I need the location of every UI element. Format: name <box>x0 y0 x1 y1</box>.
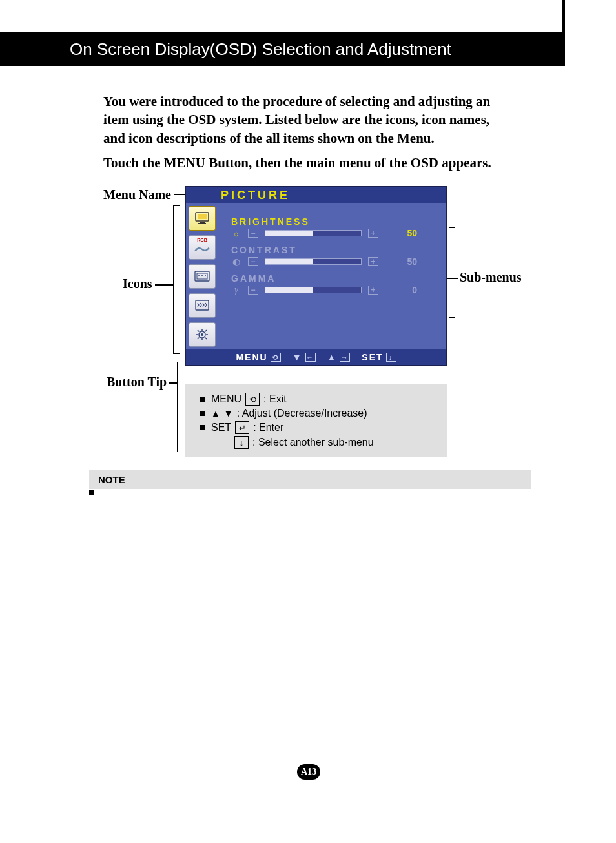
bracket-sub-menus <box>449 227 455 318</box>
contrast-bar[interactable] <box>265 258 362 265</box>
contrast-value: 50 <box>398 256 417 267</box>
button-tip-box: MENU ⟲ : Exit ▲ ▼ : Adjust (Decrease/Inc… <box>185 384 447 457</box>
svg-rect-3 <box>198 223 206 224</box>
triangle-down-icon: ▼ <box>224 408 233 419</box>
arrow-down-icon: ↓ <box>234 436 249 449</box>
note-bar: NOTE <box>89 470 531 489</box>
footer-set: SET ↓ <box>362 352 396 362</box>
tip-set-desc: : Enter <box>253 422 283 433</box>
brightness-bar[interactable] <box>265 230 362 236</box>
triangle-up-icon: ▲ <box>211 408 220 419</box>
bracket-icons <box>173 205 180 354</box>
submenu-contrast[interactable]: CONTRAST ◐ − + 50 <box>231 245 432 267</box>
tip-set: SET ↵ : Enter <box>200 421 435 434</box>
corner-rule <box>562 0 565 32</box>
footer-set-label: SET <box>362 352 383 362</box>
osd-menu-title: PICTURE <box>186 187 446 203</box>
gamma-icon: γ <box>231 285 241 295</box>
gear-icon <box>194 328 210 342</box>
svg-line-19 <box>198 338 200 340</box>
line-icons <box>155 284 173 286</box>
note-label: NOTE <box>98 474 125 485</box>
sun-icon: ☼ <box>231 228 241 238</box>
osd-tab-setup[interactable] <box>189 322 216 347</box>
submenu-gamma[interactable]: GAMMA γ − + 0 <box>231 273 432 295</box>
minus-button[interactable]: − <box>248 257 258 266</box>
label-menu-name: Menu Name <box>103 187 171 202</box>
osd-icon-column: RGB <box>186 203 218 349</box>
line-button-tip-h <box>169 382 177 384</box>
gamma-value: 0 <box>398 285 417 295</box>
tracking-icon <box>194 298 210 313</box>
note-bullet-icon <box>89 490 94 495</box>
osd-tab-picture[interactable] <box>189 206 216 231</box>
rgb-icon: RGB <box>194 238 210 242</box>
osd-tab-color[interactable]: RGB <box>189 235 216 260</box>
screen-pos-icon <box>194 269 210 284</box>
tip-select-desc: : Select another sub-menu <box>252 437 374 448</box>
monitor-icon <box>194 211 210 225</box>
brightness-value: 50 <box>398 228 417 238</box>
submenu-contrast-label: CONTRAST <box>231 245 432 255</box>
minus-button[interactable]: − <box>248 229 258 238</box>
svg-point-7 <box>201 275 203 276</box>
menu-exit-icon: ⟲ <box>245 393 260 406</box>
tip-set-label: SET <box>211 422 231 433</box>
label-sub-menus: Sub-menus <box>460 270 522 285</box>
svg-point-11 <box>201 333 203 336</box>
bullet-icon <box>200 425 205 430</box>
gamma-bar[interactable] <box>265 287 362 293</box>
page-title: On Screen Display(OSD) Selection and Adj… <box>70 39 451 59</box>
osd-panel: PICTURE RGB BRIGHTNESS <box>185 186 447 366</box>
osd-submenu-area: BRIGHTNESS ☼ − + 50 CONTRAST ◐ − + 50 <box>218 203 446 349</box>
enter-icon: ↵ <box>235 421 249 434</box>
minus-button[interactable]: − <box>248 286 258 295</box>
tip-arrows: ▲ ▼ : Adjust (Decrease/Increase) <box>200 408 435 419</box>
plus-button[interactable]: + <box>368 257 378 266</box>
svg-rect-1 <box>198 214 207 219</box>
osd-tab-tracking[interactable] <box>189 293 216 318</box>
svg-point-6 <box>198 275 200 276</box>
label-button-tip: Button Tip <box>107 375 167 390</box>
footer-menu-label: MENU <box>236 352 267 362</box>
osd-tab-position[interactable] <box>189 264 216 289</box>
submenu-brightness[interactable]: BRIGHTNESS ☼ − + 50 <box>231 216 432 238</box>
osd-body: RGB BRIGHTNESS ☼ − + <box>186 203 446 349</box>
bullet-icon <box>200 397 205 402</box>
line-menu-name <box>174 194 186 195</box>
svg-line-17 <box>205 338 207 340</box>
contrast-icon: ◐ <box>231 256 241 267</box>
arrow-right-icon: → <box>340 353 350 362</box>
submenu-brightness-label: BRIGHTNESS <box>231 216 432 227</box>
set-down-icon: ↓ <box>386 353 396 362</box>
tip-arrows-desc: : Adjust (Decrease/Increase) <box>237 408 367 419</box>
arrow-left-icon: ← <box>305 353 316 362</box>
page-header: On Screen Display(OSD) Selection and Adj… <box>0 32 565 66</box>
tip-menu: MENU ⟲ : Exit <box>200 393 435 406</box>
tip-menu-desc: : Exit <box>263 393 287 405</box>
svg-line-16 <box>198 330 200 332</box>
bullet-icon <box>200 411 205 416</box>
svg-rect-2 <box>200 222 205 223</box>
plus-button[interactable]: + <box>368 229 378 238</box>
footer-up: ▲→ <box>327 352 351 362</box>
tip-menu-label: MENU <box>211 393 241 405</box>
intro-paragraph-2: Touch the MENU Button, then the main men… <box>103 155 504 171</box>
osd-footer: MENU ⟲ ▼← ▲→ SET ↓ <box>186 349 446 365</box>
tip-select: ↓ : Select another sub-menu <box>234 436 435 449</box>
label-icons: Icons <box>123 276 152 291</box>
bracket-button-tip <box>177 362 183 452</box>
svg-point-8 <box>205 275 206 276</box>
plus-button[interactable]: + <box>368 286 378 295</box>
footer-menu: MENU ⟲ <box>236 352 280 362</box>
submenu-gamma-label: GAMMA <box>231 273 432 284</box>
page-number: A13 <box>297 764 320 780</box>
menu-exit-icon: ⟲ <box>271 353 281 362</box>
svg-line-18 <box>205 330 207 332</box>
intro-paragraph-1: You were introduced to the procedure of … <box>103 92 504 147</box>
footer-down: ▼← <box>293 352 316 362</box>
